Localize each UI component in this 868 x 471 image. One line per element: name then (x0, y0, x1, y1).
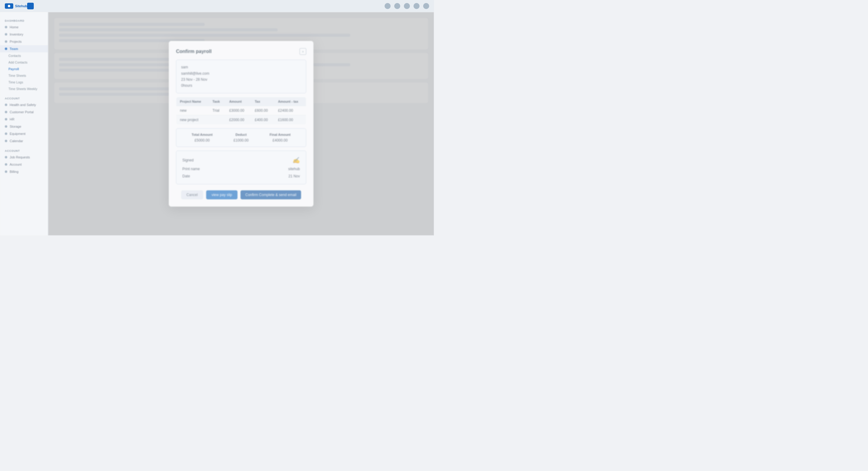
table-row: new Trial £3000.00 £600.00 £2400.00 (176, 106, 306, 115)
sidebar: DASHBOARD Home Inventory Projects Team C… (0, 12, 48, 236)
deduct-col: Deduct £1000.00 (234, 133, 249, 142)
sidebar-item-account[interactable]: Account (0, 161, 48, 168)
row1-amount-tax: £2400.00 (274, 106, 306, 115)
nav-icon-2[interactable] (394, 3, 400, 9)
col-amount-tax: Amount - tax (274, 97, 306, 106)
sidebar-sub-time-sheets-weekly[interactable]: Time Sheets Weekly (0, 86, 48, 92)
sidebar-section-dashboard: DASHBOARD (0, 17, 48, 24)
final-amount-value: £4000.00 (270, 138, 290, 142)
row1-amount: £3000.00 (225, 106, 251, 115)
sidebar-section-account2: ACCOUNT (0, 147, 48, 154)
final-amount-label: Final Amount (270, 133, 290, 136)
signature-box: Signed ✍ Print name sitehub Date 21 Nov (176, 150, 306, 184)
final-amount-col: Final Amount £4000.00 (270, 133, 290, 142)
sidebar-item-team[interactable]: Team (0, 45, 48, 53)
signed-row: Signed ✍ (182, 155, 300, 165)
nav-icon-1[interactable] (384, 3, 391, 9)
modal-footer: Cancel view pay slip Confirm Complete & … (176, 190, 306, 199)
logo-text: Sitehub (15, 4, 27, 8)
sidebar-sub-contacts[interactable]: Contacts (0, 53, 48, 59)
modal-header: Confirm payroll × (176, 48, 306, 55)
employee-info-box: sam samhill@live.com 23 Nov - 28 Nov 0ho… (176, 60, 306, 93)
row1-task: Trial (209, 106, 225, 115)
sidebar-item-inventory[interactable]: Inventory (0, 31, 48, 38)
sidebar-item-job-requests[interactable]: Job Requests (0, 154, 48, 161)
print-name-value: sitehub (288, 167, 300, 171)
col-project-name: Project Name (176, 97, 209, 106)
col-amount: Amount (225, 97, 251, 106)
nav-action-btn[interactable] (27, 3, 34, 9)
nav-icon-4[interactable] (413, 3, 420, 9)
print-name-row: Print name sitehub (182, 165, 300, 173)
sidebar-sub-add-contacts[interactable]: Add Contacts (0, 59, 48, 66)
row2-tax: £400.00 (251, 115, 274, 124)
main-content: Confirm payroll × sam samhill@live.com 2… (48, 12, 434, 236)
view-pay-slip-button[interactable]: view pay slip (206, 190, 238, 199)
date-row: Date 21 Nov (182, 173, 300, 180)
sidebar-item-customer-portal[interactable]: Customer Portal (0, 108, 48, 115)
row2-project: new project (176, 115, 209, 124)
total-amount-label: Total Amount (192, 133, 213, 136)
confirm-complete-send-email-button[interactable]: Confirm Complete & send email (241, 190, 301, 199)
sidebar-item-hr[interactable]: HR (0, 115, 48, 123)
total-amount-col: Total Amount £5000.00 (192, 133, 213, 142)
employee-hours: 0hours (181, 82, 301, 89)
employee-email: samhill@live.com (181, 70, 301, 76)
sidebar-item-home[interactable]: Home (0, 24, 48, 31)
sidebar-item-billing[interactable]: Billing (0, 168, 48, 175)
close-icon: × (302, 49, 304, 54)
nav-icon-3[interactable] (404, 3, 410, 9)
col-tax: Tax (251, 97, 274, 106)
row1-project: new (176, 106, 209, 115)
logo-icon (5, 3, 13, 9)
date-label: Date (182, 174, 190, 178)
sidebar-sub-payroll[interactable]: Payroll (0, 66, 48, 72)
modal-overlay: Confirm payroll × sam samhill@live.com 2… (48, 12, 434, 236)
col-task: Task (209, 97, 225, 106)
total-amount-value: £5000.00 (192, 138, 213, 142)
modal-title: Confirm payroll (176, 49, 212, 54)
sidebar-sub-time-logs[interactable]: Time Logs (0, 79, 48, 86)
sidebar-item-storage[interactable]: Storage (0, 123, 48, 130)
totals-labels-row: Total Amount £5000.00 Deduct £1000.00 Fi… (181, 133, 301, 142)
payroll-table: Project Name Task Amount Tax Amount - ta… (176, 97, 306, 125)
top-nav-icons (384, 3, 429, 9)
signature-icon: ✍ (292, 157, 300, 164)
top-nav: Sitehub (0, 0, 434, 12)
employee-name: sam (181, 64, 301, 70)
nav-icon-5[interactable] (423, 3, 429, 9)
row2-amount: £2000.00 (225, 115, 251, 124)
logo-dot (8, 5, 10, 7)
sidebar-sub-time-sheets[interactable]: Time Sheets (0, 72, 48, 79)
sidebar-item-equipment[interactable]: Equipment (0, 130, 48, 137)
deduct-value: £1000.00 (234, 138, 249, 142)
row2-task (209, 115, 225, 124)
row2-amount-tax: £1600.00 (274, 115, 306, 124)
sidebar-section-account: ACCOUNT (0, 95, 48, 101)
cancel-button[interactable]: Cancel (181, 190, 203, 199)
logo: Sitehub (5, 3, 27, 9)
employee-period: 23 Nov - 28 Nov (181, 76, 301, 82)
sidebar-item-calendar[interactable]: Calendar (0, 137, 48, 144)
sidebar-item-health-safety[interactable]: Health and Safety (0, 101, 48, 108)
signed-label: Signed (182, 158, 193, 162)
close-button[interactable]: × (300, 48, 306, 55)
layout: DASHBOARD Home Inventory Projects Team C… (0, 12, 434, 236)
totals-box: Total Amount £5000.00 Deduct £1000.00 Fi… (176, 128, 306, 147)
confirm-payroll-modal: Confirm payroll × sam samhill@live.com 2… (169, 41, 313, 207)
table-header-row: Project Name Task Amount Tax Amount - ta… (176, 97, 306, 106)
print-name-label: Print name (182, 167, 200, 171)
row1-tax: £600.00 (251, 106, 274, 115)
sidebar-item-projects[interactable]: Projects (0, 38, 48, 45)
table-row: new project £2000.00 £400.00 £1600.00 (176, 115, 306, 124)
date-value: 21 Nov (288, 174, 300, 178)
deduct-label: Deduct (234, 133, 249, 136)
